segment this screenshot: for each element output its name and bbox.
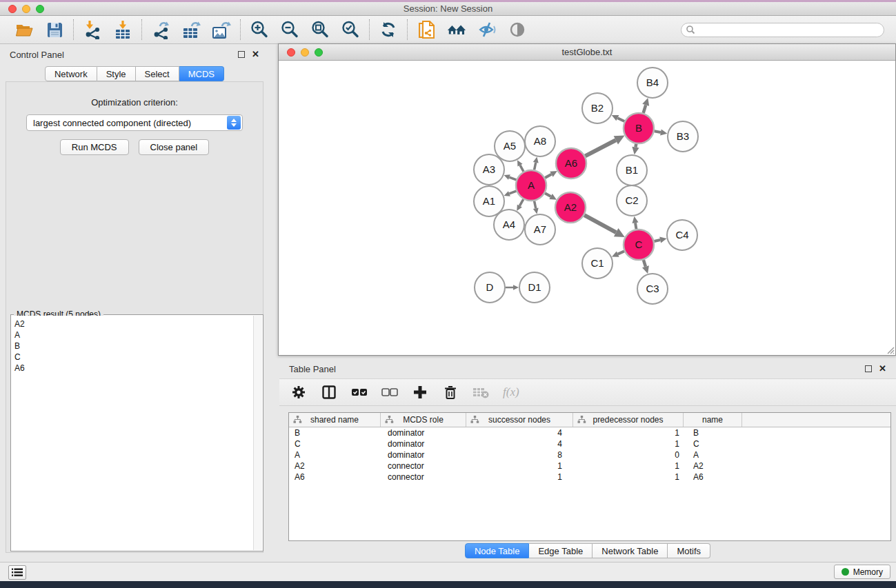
float-table-panel-icon[interactable] — [865, 365, 872, 372]
graph-edge-B-B1[interactable] — [635, 144, 636, 148]
tab-style[interactable]: Style — [97, 66, 136, 81]
result-list-item[interactable]: A — [12, 330, 253, 341]
network-window-titlebar[interactable]: testGlobe.txt — [279, 44, 895, 61]
table-row-A6[interactable]: A6connector11A6 — [289, 472, 890, 483]
table-cell[interactable]: A6 — [684, 472, 742, 482]
table-cell[interactable]: 1 — [573, 461, 684, 471]
show-eye-icon[interactable] — [508, 20, 527, 39]
table-row-A2[interactable]: A2connector11A2 — [289, 460, 890, 472]
table-cell[interactable]: 0 — [573, 450, 684, 460]
graph-edge-A-A1[interactable] — [509, 191, 516, 194]
resize-grip-icon[interactable] — [885, 345, 895, 354]
unselect-all-columns-icon[interactable] — [381, 384, 398, 401]
search-input[interactable] — [695, 25, 879, 34]
table-cell[interactable]: dominator — [381, 428, 466, 438]
graph-edge-A-A3[interactable] — [509, 177, 516, 180]
graph-edge-A-A7[interactable] — [535, 201, 536, 209]
criterion-dropdown[interactable]: largest connected component (directed) — [26, 114, 243, 131]
close-table-panel-icon[interactable]: ✕ — [879, 365, 886, 372]
table-options-gear-icon[interactable] — [290, 384, 307, 401]
import-network-from-file-icon[interactable] — [83, 20, 102, 39]
column-header-successor-nodes[interactable]: successor nodes — [466, 413, 573, 427]
column-header-name[interactable]: name — [684, 413, 742, 427]
new-network-document-icon[interactable] — [417, 20, 436, 39]
table-cell[interactable]: 8 — [466, 450, 573, 460]
table-cell[interactable]: B — [684, 428, 742, 438]
table-cell[interactable]: 1 — [573, 428, 684, 438]
result-list-item[interactable]: C — [12, 352, 253, 363]
save-session-icon[interactable] — [45, 20, 64, 39]
tab-motifs[interactable]: Motifs — [668, 543, 710, 558]
table-cell[interactable]: C — [289, 439, 381, 449]
graph-edge-A-A2[interactable] — [545, 193, 551, 196]
zoom-selected-icon[interactable] — [341, 20, 360, 39]
float-panel-icon[interactable] — [238, 51, 245, 58]
apply-layout-refresh-icon[interactable] — [379, 20, 398, 39]
table-cell[interactable]: A6 — [289, 472, 381, 482]
tab-mcds[interactable]: MCDS — [179, 66, 224, 81]
column-header-predecessor-nodes[interactable]: predecessor nodes — [573, 413, 684, 427]
graph-edge-A-A8[interactable] — [535, 163, 536, 170]
export-network-icon[interactable] — [151, 20, 170, 39]
mcds-result-list[interactable]: A2ABCA6 — [12, 316, 253, 550]
show-columns-icon[interactable] — [321, 384, 337, 401]
tab-network[interactable]: Network — [45, 66, 97, 81]
graph-edge-A-A4[interactable] — [519, 199, 523, 206]
graph-edge-A2-C[interactable] — [584, 215, 616, 232]
result-list-item[interactable]: A2 — [12, 318, 253, 330]
table-cell[interactable]: connector — [381, 461, 466, 471]
table-cell[interactable]: 1 — [466, 472, 573, 482]
graph-edge-A6-B[interactable] — [585, 140, 615, 156]
table-cell[interactable]: A2 — [684, 461, 742, 471]
graph-edge-B-B4[interactable] — [644, 105, 646, 113]
graph-edge-A-A6[interactable] — [545, 174, 551, 178]
table-row-A[interactable]: Adominator80A — [289, 449, 890, 460]
tab-select[interactable]: Select — [136, 66, 179, 81]
graph-edge-C-C4[interactable] — [654, 240, 660, 241]
create-new-column-icon[interactable] — [412, 384, 428, 401]
table-cell[interactable]: 4 — [466, 439, 573, 449]
graph-edge-C-C1[interactable] — [618, 251, 624, 254]
close-panel-button[interactable]: Close panel — [139, 139, 210, 155]
import-table-from-file-icon[interactable] — [113, 20, 132, 39]
search-field[interactable] — [681, 23, 884, 37]
column-header-shared-name[interactable]: shared name — [289, 413, 381, 427]
table-cell[interactable]: dominator — [381, 439, 466, 449]
tab-node-table[interactable]: Node Table — [465, 543, 530, 558]
result-list-item[interactable]: B — [12, 341, 253, 352]
export-table-icon[interactable] — [181, 20, 201, 39]
show-panels-list-button[interactable] — [8, 565, 26, 580]
zoom-in-icon[interactable] — [250, 20, 269, 39]
table-cell[interactable]: 4 — [466, 428, 573, 438]
table-cell[interactable]: 1 — [573, 439, 684, 449]
result-list-item[interactable]: A6 — [12, 363, 253, 374]
memory-button[interactable]: Memory — [834, 565, 890, 579]
table-cell[interactable]: 1 — [466, 461, 573, 471]
zoom-out-icon[interactable] — [280, 20, 299, 39]
table-row-C[interactable]: Cdominator41C — [289, 438, 890, 449]
column-header-MCDS-role[interactable]: MCDS role — [381, 413, 466, 427]
tab-network-table[interactable]: Network Table — [593, 543, 668, 558]
table-cell[interactable]: A — [289, 450, 381, 460]
graph-edge-A-A5[interactable] — [520, 165, 524, 172]
delete-columns-icon[interactable] — [442, 384, 459, 401]
graph-edge-B-B3[interactable] — [655, 131, 661, 132]
select-all-columns-icon[interactable] — [351, 384, 368, 401]
graph-edge-B-B2[interactable] — [617, 118, 624, 121]
home-icon[interactable] — [447, 20, 466, 39]
table-row-B[interactable]: Bdominator41B — [289, 427, 890, 438]
table-cell[interactable]: A2 — [289, 461, 381, 471]
table-cell[interactable]: B — [289, 428, 381, 438]
table-cell[interactable]: connector — [381, 472, 466, 482]
hide-panel-eye-slash-icon[interactable] — [477, 20, 497, 39]
tab-edge-table[interactable]: Edge Table — [529, 543, 593, 558]
graph-edge-C-C3[interactable] — [644, 260, 646, 267]
table-cell[interactable]: A — [684, 450, 742, 460]
result-list-scrollbar[interactable] — [253, 316, 262, 550]
network-graph[interactable]: B4B2BB3A8A5A6A3B1AA1C2A2A4A7C4CC1DD1C3 — [279, 61, 895, 355]
table-cell[interactable]: C — [684, 439, 742, 449]
close-panel-icon[interactable]: ✕ — [252, 51, 259, 58]
table-cell[interactable]: 1 — [573, 472, 684, 482]
open-session-icon[interactable] — [14, 20, 34, 39]
network-canvas[interactable]: B4B2BB3A8A5A6A3B1AA1C2A2A4A7C4CC1DD1C3 — [279, 61, 895, 355]
